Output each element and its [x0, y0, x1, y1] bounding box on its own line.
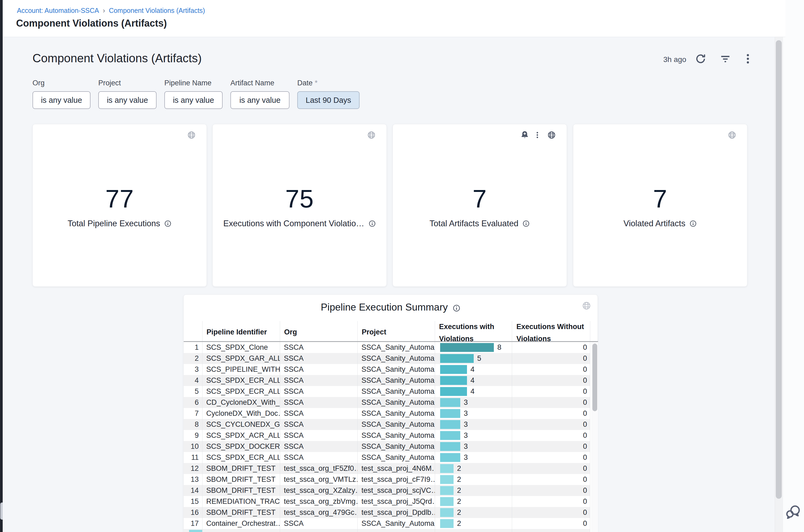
collapsed-nav-rail — [0, 0, 3, 532]
info-icon[interactable] — [369, 220, 376, 227]
cell-pipeline-identifier: SCS_SPDX_ECR_ALL_… — [202, 453, 280, 462]
violations-bar — [440, 464, 453, 473]
filter-icon[interactable] — [719, 53, 731, 65]
table-row-partial[interactable] — [184, 529, 590, 532]
table-row[interactable]: 15 REMEDIATION_TRAC… test_ssca_org_zbVmg… — [184, 496, 590, 507]
cell-executions-without-violations: 0 — [512, 365, 590, 374]
cell-executions-with-violations: 3 — [435, 431, 512, 440]
violations-bar-value: 4 — [470, 365, 474, 374]
filter-date-dropdown[interactable]: Last 90 Days — [297, 91, 359, 109]
violations-bar-value: 3 — [464, 420, 468, 429]
cell-executions-with-violations: 5 — [435, 354, 512, 363]
violations-bar — [440, 387, 467, 396]
table-row[interactable]: 12 SBOM_DRIFT_TEST test_ssca_org_tF5Zf0…… — [184, 463, 590, 474]
globe-icon[interactable] — [547, 131, 556, 139]
stat-label: Total Pipeline Executions — [68, 219, 160, 228]
last-refreshed-label: 3h ago — [663, 55, 686, 64]
violations-bar — [440, 420, 460, 429]
page-scrollbar-thumb[interactable] — [776, 40, 782, 499]
table-row[interactable]: 5 SCS_SPDX_ECR_ALL_… SSCA SSCA_Sanity_Au… — [184, 386, 590, 397]
cell-executions-without-violations: 0 — [512, 475, 590, 484]
cell-project: SSCA_Sanity_Automa… — [357, 376, 435, 385]
column-header-project[interactable]: Project — [362, 328, 387, 336]
breadcrumb-account-link[interactable]: Account: Automation-SSCA — [17, 7, 99, 15]
table-row[interactable]: 4 SCS_SPDX_ECR_ALL_… SSCA SSCA_Sanity_Au… — [184, 375, 590, 386]
cell-pipeline-identifier: SCS_SPDX_Clone — [202, 343, 280, 352]
violations-bar — [189, 530, 203, 532]
stat-label: Executions with Component Violatio… — [223, 219, 364, 228]
kebab-menu-icon[interactable] — [533, 131, 541, 139]
chat-help-icon[interactable] — [785, 504, 801, 520]
violations-bar-value: 2 — [457, 475, 461, 484]
info-icon[interactable] — [164, 220, 172, 227]
cell-org: test_ssca_org_tF5Zf0… — [280, 464, 357, 473]
table-row[interactable]: 11 SCS_SPDX_ECR_ALL_… SSCA SSCA_Sanity_A… — [184, 452, 590, 463]
info-icon[interactable] — [452, 303, 461, 311]
cell-org: SSCA — [280, 409, 357, 418]
table-row[interactable]: 17 Container_Orchestrat… SSCA SSCA_Sanit… — [184, 518, 590, 529]
required-asterisk: * — [315, 79, 318, 87]
table-row[interactable]: 9 SCS_SPDX_ACR_ALL… SSCA SSCA_Sanity_Aut… — [184, 430, 590, 441]
table-row[interactable]: 2 SCS_SPDX_GAR_ALL… SSCA SSCA_Sanity_Aut… — [184, 353, 590, 364]
table-row[interactable]: 7 CycloneDX_With_Doc… SSCA SSCA_Sanity_A… — [184, 408, 590, 419]
table-row[interactable]: 1 SCS_SPDX_Clone SSCA SSCA_Sanity_Automa… — [184, 342, 590, 353]
filter-label-pipeline-name: Pipeline Name — [164, 79, 212, 87]
cell-project: test_ssca_proj_J5Qrd… — [357, 497, 435, 506]
cell-org: SSCA — [280, 376, 357, 385]
cell-project: SSCA_Sanity_Automa… — [357, 354, 435, 363]
info-icon[interactable] — [689, 220, 697, 227]
cell-pipeline-identifier: SCS_SPDX_ECR_ALL_… — [202, 376, 280, 385]
column-header-org[interactable]: Org — [284, 328, 297, 336]
row-index: 5 — [184, 387, 202, 396]
dashboard-title: Component Violations (Artifacts) — [33, 52, 202, 65]
column-header-executions-without-violations[interactable]: Executions WithoutViolations — [517, 323, 584, 343]
cell-org: SSCA — [280, 442, 357, 451]
table-row[interactable]: 8 SCS_CYCLONEDX_GA… SSCA SSCA_Sanity_Aut… — [184, 419, 590, 430]
cell-project: SSCA_Sanity_Automa… — [357, 453, 435, 462]
table-scrollbar-thumb[interactable] — [592, 344, 597, 411]
globe-icon[interactable] — [187, 131, 196, 139]
filter-project-dropdown[interactable]: is any value — [98, 91, 156, 109]
table-row[interactable]: 14 SBOM_DRIFT_TEST test_ssca_org_XZalzy…… — [184, 485, 590, 496]
cell-executions-with-violations: 3 — [435, 420, 512, 429]
row-index: 9 — [184, 431, 202, 440]
column-header-executions-with-violations[interactable]: Executions withViolations — [439, 323, 494, 343]
column-header-pipeline-identifier[interactable]: Pipeline Identifier — [206, 328, 267, 336]
table-row[interactable]: 6 CD_CycloneDX_With_… SSCA SSCA_Sanity_A… — [184, 397, 590, 408]
cell-executions-without-violations: 0 — [512, 487, 590, 495]
refresh-icon[interactable] — [694, 53, 707, 65]
stat-label: Violated Artifacts — [623, 219, 685, 228]
cell-executions-with-violations: 3 — [435, 453, 512, 462]
tile-total-pipeline-executions: 77 Total Pipeline Executions — [33, 124, 207, 287]
filter-artifact-name-dropdown[interactable]: is any value — [230, 91, 289, 109]
cell-executions-without-violations: 0 — [512, 409, 590, 418]
filter-org-dropdown[interactable]: is any value — [33, 91, 91, 109]
cell-org: SSCA — [280, 343, 357, 352]
row-index: 13 — [184, 475, 202, 484]
stat-value: 7 — [573, 184, 747, 213]
info-icon[interactable] — [522, 220, 530, 227]
cell-executions-with-violations: 3 — [435, 409, 512, 418]
table-row[interactable]: 3 SCS_PIPELINE_WITH… SSCA SSCA_Sanity_Au… — [184, 364, 590, 375]
filter-pipeline-name-dropdown[interactable]: is any value — [164, 91, 223, 109]
cell-pipeline-identifier: SCS_SPDX_GAR_ALL… — [202, 354, 280, 363]
bell-plus-icon[interactable] — [520, 130, 529, 140]
violations-bar — [440, 442, 460, 451]
table-row[interactable]: 10 SCS_SPDX_DOCKER_… SSCA SSCA_Sanity_Au… — [184, 441, 590, 452]
table-row[interactable]: 16 SBOM_DRIFT_TEST test_ssca_org_479Gc… … — [184, 507, 590, 518]
breadcrumb: Account: Automation-SSCA › Component Vio… — [17, 6, 205, 15]
row-index: 2 — [184, 354, 202, 363]
table-row[interactable]: 13 SBOM_DRIFT_TEST test_ssca_org_VMTLz… … — [184, 474, 590, 485]
globe-icon[interactable] — [728, 131, 736, 139]
table-header-row: Pipeline Identifier Org Project Executio… — [184, 321, 590, 341]
breadcrumb-current-link[interactable]: Component Violations (Artifacts) — [109, 7, 205, 15]
cell-org: SSCA — [280, 519, 357, 528]
globe-icon[interactable] — [582, 301, 591, 310]
tile-executions-with-component-violations: 75 Executions with Component Violatio… — [212, 124, 387, 287]
row-index: 3 — [184, 365, 202, 374]
row-index: 16 — [184, 508, 202, 517]
row-index: 6 — [184, 398, 202, 407]
cell-executions-with-violations: 2 — [435, 464, 512, 473]
globe-icon[interactable] — [367, 131, 376, 139]
kebab-menu-icon[interactable] — [742, 53, 754, 65]
